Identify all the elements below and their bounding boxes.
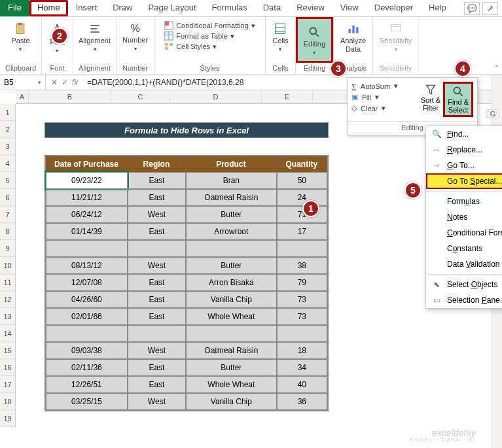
comments-icon[interactable]: 💬	[464, 2, 480, 15]
table-row[interactable]: 02/11/36EastButter34	[46, 359, 327, 376]
alignment-button[interactable]: Alignment▾	[76, 21, 113, 54]
row-header-19[interactable]: 19	[0, 410, 15, 427]
col-header-a[interactable]: A	[16, 90, 29, 103]
analyze-data-button[interactable]: Analyze Data	[338, 21, 368, 55]
menu-conditional-formatting[interactable]: Conditional Form	[426, 225, 502, 241]
col-header-b[interactable]: B	[29, 90, 111, 103]
paste-button[interactable]: Paste▾	[9, 21, 32, 54]
collapse-ribbon-icon[interactable]: ⌃	[494, 64, 499, 71]
menu-goto[interactable]: →Go To...	[426, 158, 502, 173]
tab-page-layout[interactable]: Page Layout	[141, 0, 204, 16]
group-font-label: Font	[46, 63, 69, 74]
tab-review[interactable]: Review	[289, 0, 332, 16]
menu-formulas[interactable]: Formulas	[426, 194, 502, 209]
row-header-18[interactable]: 18	[0, 393, 15, 410]
menu-selection-pane[interactable]: ▭Selection Pane...	[426, 292, 502, 308]
row-header-2[interactable]: 2	[0, 121, 15, 138]
svg-rect-13	[276, 24, 285, 34]
row-header-1[interactable]: 1	[0, 104, 15, 121]
tab-insert[interactable]: Insert	[68, 0, 105, 16]
row-header-8[interactable]: 8	[0, 223, 15, 240]
col-header-g[interactable]: G	[486, 109, 499, 118]
row-header-16[interactable]: 16	[0, 359, 15, 376]
svg-rect-11	[170, 43, 173, 46]
editing-button[interactable]: Editing▾	[301, 24, 329, 58]
menu-replace[interactable]: ↔Replace...	[426, 142, 502, 158]
svg-rect-1	[18, 23, 23, 25]
menu-constants[interactable]: Constants	[426, 241, 502, 256]
row-header-7[interactable]: 7	[0, 206, 15, 223]
row-header-13[interactable]: 13	[0, 308, 15, 325]
col-header-e[interactable]: E	[262, 90, 313, 103]
tab-file[interactable]: File	[0, 0, 29, 16]
row-header-17[interactable]: 17	[0, 376, 15, 393]
th-region: Region	[128, 156, 186, 172]
row-header-11[interactable]: 11	[0, 274, 15, 291]
fill-button[interactable]: ▣Fill ▾	[351, 93, 418, 101]
find-select-button[interactable]: Find & Select	[443, 82, 473, 117]
row-header-5[interactable]: 5	[0, 172, 15, 189]
sort-filter-button[interactable]: Sort & Filter	[418, 82, 444, 117]
ribbon-tabs: File Home Insert Draw Page Layout Formul…	[0, 0, 502, 17]
table-row[interactable]: 06/24/12WestButter71	[46, 206, 327, 223]
data-table: Date of Purchase Region Product Quantity…	[45, 155, 329, 411]
table-row[interactable]: 08/13/12WestButter38	[46, 257, 327, 274]
tab-help[interactable]: Help	[421, 0, 454, 16]
group-cells-label: Cells	[270, 63, 291, 74]
th-product: Product	[186, 156, 277, 172]
table-row[interactable]: 04/26/60EastVanilla Chip73	[46, 291, 327, 308]
menu-data-validation[interactable]: Data Validation	[426, 256, 502, 272]
menu-goto-special[interactable]: Go To Special...	[426, 173, 502, 189]
cell-styles-button[interactable]: Cell Styles ▾	[164, 42, 255, 51]
table-row[interactable]: 03/25/15WestVanilla Chip36	[46, 393, 327, 410]
table-row[interactable]: 01/14/39EastArrowroot17	[46, 223, 327, 240]
table-row[interactable]: 11/21/12EastOatmeal Raisin24	[46, 189, 327, 206]
share-icon[interactable]: ↗	[482, 2, 498, 15]
menu-find[interactable]: 🔍Find...	[426, 126, 502, 142]
row-header-12[interactable]: 12	[0, 291, 15, 308]
svg-rect-21	[391, 24, 400, 31]
fx-icon[interactable]: fx	[72, 78, 78, 87]
cells-button[interactable]: Cells▾	[270, 21, 291, 54]
row-header-6[interactable]: 6	[0, 189, 15, 206]
name-box[interactable]: B5▾	[0, 75, 46, 90]
col-header-c[interactable]: C	[111, 90, 170, 103]
cancel-formula-icon[interactable]: ✕	[51, 78, 58, 87]
row-header-14[interactable]: 14	[0, 325, 15, 342]
find-select-menu: 🔍Find... ↔Replace... →Go To... Go To Spe…	[425, 126, 502, 309]
tab-draw[interactable]: Draw	[105, 0, 140, 16]
table-row[interactable]: 02/01/66EastWhole Wheat73	[46, 308, 327, 325]
table-row[interactable]	[46, 240, 327, 257]
row-header-9[interactable]: 9	[0, 240, 15, 257]
svg-rect-20	[356, 27, 358, 33]
table-row[interactable]	[46, 325, 327, 342]
col-header-d[interactable]: D	[170, 90, 262, 103]
svg-point-16	[310, 27, 317, 34]
row-header-4[interactable]: 4	[0, 155, 15, 172]
conditional-formatting-button[interactable]: Conditional Formatting ▾	[164, 21, 255, 30]
table-row[interactable]: 12/26/51EastWhole Wheat40	[46, 376, 327, 393]
tab-data[interactable]: Data	[255, 0, 289, 16]
svg-point-23	[454, 87, 460, 94]
svg-rect-6	[165, 22, 169, 26]
format-as-table-button[interactable]: Format as Table ▾	[164, 31, 255, 41]
clear-button[interactable]: ◇Clear ▾	[351, 104, 418, 112]
table-row[interactable]: 09/23/22EastBran50	[46, 172, 327, 189]
autosum-button[interactable]: ∑AutoSum ▾	[351, 82, 418, 90]
menu-notes[interactable]: Notes	[426, 209, 502, 225]
row-header-3[interactable]: 3	[0, 138, 15, 155]
menu-select-objects[interactable]: ⬉Select Objects	[426, 277, 502, 292]
number-button[interactable]: %Number▾	[120, 21, 151, 54]
table-row[interactable]: 12/07/08EastArron Bisaka79	[46, 274, 327, 291]
tab-developer[interactable]: Developer	[367, 0, 421, 16]
row-header-15[interactable]: 15	[0, 342, 15, 359]
row-header-10[interactable]: 10	[0, 257, 15, 274]
svg-line-24	[460, 94, 463, 96]
tab-home[interactable]: Home	[29, 0, 68, 16]
th-date: Date of Purchase	[46, 156, 128, 172]
tab-formulas[interactable]: Formulas	[204, 0, 255, 16]
table-row[interactable]: 09/03/38WestOatmeal Raisin18	[46, 342, 327, 359]
svg-rect-19	[352, 26, 354, 33]
tab-view[interactable]: View	[332, 0, 367, 16]
accept-formula-icon[interactable]: ✓	[62, 78, 68, 87]
